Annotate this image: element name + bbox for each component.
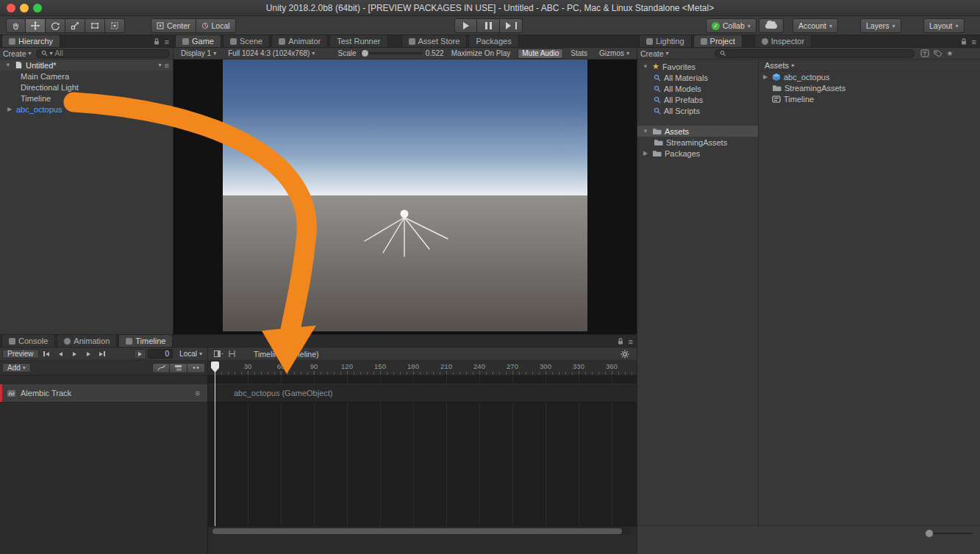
expander-icon[interactable]: ▼ bbox=[642, 128, 649, 134]
file-timeline[interactable]: Timeline bbox=[759, 93, 980, 104]
goto-start-button[interactable] bbox=[40, 349, 53, 359]
search-by-type-icon[interactable] bbox=[920, 49, 929, 57]
breadcrumb[interactable]: Assets ▸ bbox=[759, 60, 980, 71]
close-button[interactable] bbox=[7, 4, 15, 12]
favorites-row[interactable]: ▼ ★ Favorites bbox=[637, 61, 758, 72]
scrollbar-thumb[interactable] bbox=[212, 528, 622, 534]
goto-end-button[interactable] bbox=[96, 349, 109, 359]
hierarchy-item-directional-light[interactable]: Directional Light bbox=[0, 82, 173, 93]
timecode-dropdown[interactable]: Local ▾ bbox=[174, 349, 207, 359]
tab-scene[interactable]: Scene bbox=[223, 35, 270, 47]
play-range-toggle[interactable] bbox=[134, 349, 146, 359]
layers-button[interactable]: Layers ▾ bbox=[860, 18, 901, 33]
settings-gear-icon[interactable] bbox=[620, 350, 629, 359]
gizmos-dropdown[interactable]: Gizmos ▾ bbox=[595, 48, 634, 59]
snap-toggle-icon[interactable] bbox=[228, 350, 236, 358]
search-by-label-icon[interactable] bbox=[934, 49, 943, 57]
expander-icon[interactable]: ▶ bbox=[6, 106, 13, 112]
packages-folder-row[interactable]: ▶ Packages bbox=[637, 148, 758, 159]
project-search-input[interactable] bbox=[728, 49, 909, 57]
pause-button[interactable] bbox=[477, 18, 500, 33]
favorite-all-prefabs[interactable]: All Prefabs bbox=[637, 94, 758, 105]
fullscreen-button[interactable] bbox=[33, 4, 42, 12]
create-button[interactable]: Create ▾ bbox=[3, 49, 32, 58]
panel-menu-icon[interactable]: ≡ bbox=[629, 338, 633, 345]
minimize-button[interactable] bbox=[20, 4, 29, 12]
favorite-all-models[interactable]: All Models bbox=[637, 83, 758, 94]
expander-icon[interactable]: ▼ bbox=[4, 62, 12, 68]
expander-icon[interactable]: ▼ bbox=[642, 63, 649, 70]
scene-header-row[interactable]: ▼ Untitled* ▾ ≡ bbox=[0, 60, 173, 71]
clip-view-toggle[interactable] bbox=[170, 363, 187, 373]
display-dropdown[interactable]: Display 1 ▾ bbox=[176, 48, 221, 59]
assets-folder-row[interactable]: ▼ Assets bbox=[637, 126, 758, 137]
pivot-center-button[interactable]: Center bbox=[151, 18, 196, 33]
pivot-local-button[interactable]: Local bbox=[196, 18, 236, 33]
streamingassets-folder-row[interactable]: StreamingAssets bbox=[637, 137, 758, 148]
alembic-track-lane[interactable]: abc_octopus (GameObject) bbox=[208, 384, 637, 403]
panel-menu-icon[interactable]: ≡ bbox=[972, 38, 976, 46]
expander-icon[interactable]: ▶ bbox=[642, 150, 649, 157]
insert-clip-icon[interactable] bbox=[214, 350, 223, 358]
favorite-all-scripts[interactable]: All Scripts bbox=[637, 105, 758, 116]
transform-tool-button[interactable] bbox=[105, 18, 125, 33]
timeline-horizontal-scrollbar[interactable] bbox=[211, 528, 631, 535]
maximize-on-play-button[interactable]: Maximize On Play bbox=[447, 48, 515, 59]
favorite-all-materials[interactable]: All Materials bbox=[637, 72, 758, 83]
file-abc-octopus[interactable]: ▶ abc_octopus bbox=[759, 71, 980, 82]
lock-icon[interactable] bbox=[153, 37, 160, 46]
mute-audio-button[interactable]: Mute Audio bbox=[518, 48, 563, 59]
tab-hierarchy[interactable]: Hierarchy bbox=[1, 35, 60, 47]
timeline-lanes[interactable]: abc_octopus (GameObject) bbox=[208, 375, 637, 527]
timeline-ruler[interactable]: 306090120150180210240270300330360 bbox=[208, 361, 637, 375]
timeline-play-button[interactable] bbox=[68, 349, 81, 359]
markers-view-toggle[interactable] bbox=[187, 363, 205, 373]
timeline-asset-title[interactable]: Timeline (Timeline) bbox=[254, 350, 319, 359]
curves-view-toggle[interactable] bbox=[152, 363, 170, 373]
frame-field[interactable]: 0 bbox=[148, 349, 173, 359]
tab-asset-store[interactable]: Asset Store bbox=[401, 35, 468, 47]
scene-menu-icon[interactable]: ≡ bbox=[165, 62, 169, 69]
play-button[interactable] bbox=[454, 18, 477, 33]
saved-search-star-icon[interactable]: ★ bbox=[947, 49, 954, 57]
layout-button[interactable]: Layout ▾ bbox=[923, 18, 965, 33]
previous-frame-button[interactable] bbox=[54, 349, 67, 359]
tab-animator[interactable]: Animator bbox=[271, 35, 328, 47]
hand-tool-button[interactable] bbox=[6, 18, 26, 33]
tab-test-runner[interactable]: Test Runner bbox=[329, 35, 387, 47]
track-menu-icon[interactable]: ≡ bbox=[196, 389, 200, 397]
project-search-field[interactable] bbox=[715, 49, 915, 58]
rotate-tool-button[interactable] bbox=[46, 18, 65, 33]
expander-icon[interactable]: ▶ bbox=[762, 73, 769, 80]
hierarchy-item-abc-octopus[interactable]: ▶ abc_octopus bbox=[0, 104, 173, 115]
step-button[interactable] bbox=[500, 18, 523, 33]
alembic-track-header[interactable]: Alembic Track ≡ bbox=[0, 384, 207, 403]
panel-menu-icon[interactable]: ≡ bbox=[165, 38, 169, 46]
tab-packages[interactable]: Packages bbox=[468, 35, 518, 47]
scene-dropdown-icon[interactable]: ▾ bbox=[159, 62, 162, 68]
collab-button[interactable]: ✓ Collab ▾ bbox=[706, 18, 757, 33]
account-button[interactable]: Account ▾ bbox=[793, 18, 838, 33]
tab-lighting[interactable]: Lighting bbox=[639, 35, 692, 47]
hierarchy-item-timeline[interactable]: Timeline bbox=[0, 93, 173, 104]
thumbnail-zoom-slider[interactable] bbox=[927, 533, 973, 534]
tab-console[interactable]: Console bbox=[1, 334, 55, 347]
preview-toggle-button[interactable]: Preview bbox=[2, 349, 39, 359]
file-streamingassets[interactable]: StreamingAssets bbox=[759, 82, 980, 93]
rect-tool-button[interactable] bbox=[85, 18, 105, 33]
zoom-slider-handle[interactable] bbox=[926, 530, 933, 537]
scale-slider[interactable] bbox=[360, 52, 423, 54]
project-create-button[interactable]: Create ▾ bbox=[640, 49, 669, 58]
aspect-dropdown[interactable]: Full 1024 4:3 (1024x768) ▾ bbox=[223, 48, 319, 59]
move-tool-button[interactable] bbox=[26, 18, 46, 33]
tab-project[interactable]: Project bbox=[693, 35, 743, 47]
hierarchy-item-main-camera[interactable]: Main Camera bbox=[0, 71, 173, 82]
scale-slider-handle[interactable] bbox=[362, 50, 368, 57]
stats-button[interactable]: Stats bbox=[566, 48, 592, 59]
hierarchy-search-field[interactable]: ▾ All bbox=[36, 49, 170, 58]
lock-icon[interactable] bbox=[960, 37, 968, 46]
tab-timeline[interactable]: Timeline bbox=[118, 334, 173, 347]
tab-inspector[interactable]: Inspector bbox=[754, 35, 812, 47]
scale-tool-button[interactable] bbox=[65, 18, 85, 33]
lock-icon[interactable] bbox=[617, 337, 624, 345]
